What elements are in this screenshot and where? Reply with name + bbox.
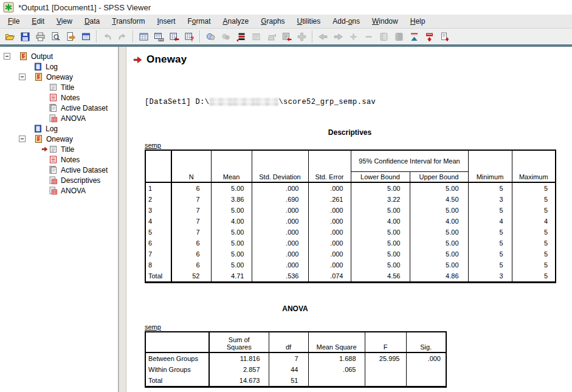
menu-graphs[interactable]: Graphs: [255, 15, 291, 27]
next-item-icon[interactable]: [331, 30, 346, 43]
print-preview-icon[interactable]: [48, 30, 63, 43]
recall-dialogs-icon[interactable]: [78, 30, 94, 43]
tree-item-anova-13[interactable]: ANOVA: [0, 185, 118, 196]
tree-item-oneway-8[interactable]: Oneway: [0, 134, 118, 144]
tree-indent: [0, 66, 33, 67]
menu-transform[interactable]: Transform: [106, 15, 151, 27]
value-cell: .000: [406, 352, 446, 364]
value-cell: 5.00: [351, 227, 410, 238]
expander-minus-icon[interactable]: [19, 136, 26, 142]
goto-case-icon[interactable]: [151, 30, 167, 43]
tree-item-active-dataset-5[interactable]: Active Dataset: [0, 103, 118, 113]
row-label-cell: 2: [145, 194, 171, 205]
value-cell: 3: [468, 270, 512, 283]
menu-window[interactable]: Window: [366, 15, 404, 27]
goto-data-icon[interactable]: [136, 30, 151, 43]
tree-item-notes-4[interactable]: Notes: [0, 92, 118, 103]
expand-output-icon[interactable]: [346, 30, 361, 43]
tree-indent: [0, 149, 41, 150]
tree-item-output-0[interactable]: Output: [0, 51, 118, 61]
value-cell: 4: [512, 216, 556, 227]
expander-minus-icon[interactable]: [19, 74, 26, 80]
menu-utilities[interactable]: Utilities: [291, 15, 327, 27]
open-icon[interactable]: [2, 30, 18, 43]
tree-item-label: Descriptives: [61, 176, 100, 185]
pane-splitter[interactable]: [119, 47, 126, 392]
demote-icon[interactable]: [437, 30, 452, 43]
insert-page-break-icon[interactable]: [294, 30, 309, 43]
anova-table[interactable]: Sum of Squares df Mean Square F Sig. Bet…: [145, 331, 447, 388]
notes-icon: [49, 155, 58, 164]
tree-item-notes-10[interactable]: Notes: [0, 154, 118, 165]
value-cell: 5: [468, 249, 512, 260]
table-row: Total524.71.536.0744.564.8635: [145, 270, 556, 283]
value-cell: 5: [468, 182, 512, 194]
menu-data[interactable]: Data: [78, 15, 106, 27]
variable-info-icon[interactable]: ?: [182, 30, 197, 43]
tree-item-label: Log: [46, 125, 58, 133]
variables-icon[interactable]: [167, 30, 182, 43]
table-row: Total14.67351: [145, 375, 446, 387]
descriptives-table[interactable]: N Mean Std. Deviation Std. Error 95% Con…: [145, 150, 556, 283]
value-cell: [365, 364, 406, 375]
menu-file[interactable]: File: [2, 15, 26, 27]
tree-item-oneway-2[interactable]: Oneway: [0, 72, 118, 82]
value-cell: .000: [308, 227, 351, 238]
tree-item-active-dataset-11[interactable]: Active Dataset: [0, 165, 118, 175]
tree-item-descriptives-12[interactable]: Descriptives: [0, 175, 118, 185]
tree-item-log-1[interactable]: Log: [0, 61, 118, 72]
value-cell: .000: [252, 260, 308, 270]
insert-heading-icon[interactable]: [249, 30, 264, 43]
value-cell: 4.86: [410, 270, 468, 283]
tree-indent: [0, 118, 49, 119]
value-cell: [308, 375, 365, 387]
menu-view[interactable]: View: [50, 15, 78, 27]
promote-icon[interactable]: [422, 30, 437, 43]
tree-item-anova-6[interactable]: ANOVA: [0, 113, 118, 123]
tree-indent: [0, 128, 33, 129]
menu-analyze[interactable]: Analyze: [217, 15, 255, 27]
redo-icon[interactable]: [115, 30, 130, 43]
save-icon[interactable]: [18, 30, 33, 43]
value-cell: 5.00: [351, 238, 410, 249]
collapse-output-icon[interactable]: [361, 30, 376, 43]
tree-item-title-9[interactable]: Title: [0, 144, 118, 154]
show-output-icon[interactable]: [376, 30, 391, 43]
insert-title-icon[interactable]: [264, 30, 279, 43]
previous-item-icon[interactable]: [315, 30, 331, 43]
tree-item-log-7[interactable]: Log: [0, 123, 118, 134]
toolbar-separator: [96, 30, 97, 43]
log-icon: [33, 124, 43, 133]
value-cell: 5: [512, 205, 556, 216]
expander-minus-icon[interactable]: [4, 53, 10, 60]
menu-add-ons[interactable]: Add-ons: [326, 15, 366, 27]
tree-item-title-3[interactable]: Title: [0, 82, 118, 92]
menu-insert[interactable]: Insert: [151, 15, 181, 27]
undo-icon[interactable]: [100, 30, 115, 43]
tree-item-label: Notes: [61, 156, 80, 164]
value-cell: 5.00: [211, 260, 252, 270]
designate-window-icon[interactable]: [218, 30, 233, 43]
use-sets-icon[interactable]: [233, 30, 249, 43]
menu-edit[interactable]: Edit: [26, 15, 50, 27]
value-cell: 4.00: [211, 216, 252, 227]
value-cell: 4: [468, 216, 512, 227]
select-last-output-icon[interactable]: [203, 30, 218, 43]
insert-text-icon[interactable]: [279, 30, 294, 43]
value-cell: 3.22: [351, 194, 410, 205]
column-header-sig: Sig.: [406, 332, 446, 352]
column-header-lower-bound: Lower Bound: [351, 172, 410, 183]
anova-title: ANOVA: [145, 304, 446, 313]
hide-output-icon[interactable]: [391, 30, 407, 43]
menu-help[interactable]: Help: [404, 15, 432, 27]
export-icon[interactable]: [63, 30, 78, 43]
value-cell: .261: [308, 194, 351, 205]
table-row: 375.00.000.0005.005.0055: [145, 205, 556, 216]
descriptives-title: Descriptives: [145, 128, 555, 137]
collapse-outline-icon[interactable]: [407, 30, 422, 43]
value-cell: 5: [468, 205, 512, 216]
menu-format[interactable]: Format: [182, 15, 217, 27]
window-title: *Output1 [Document1] - SPSS Viewer: [18, 3, 151, 12]
print-icon[interactable]: [33, 30, 48, 43]
value-cell: 5: [512, 238, 556, 249]
